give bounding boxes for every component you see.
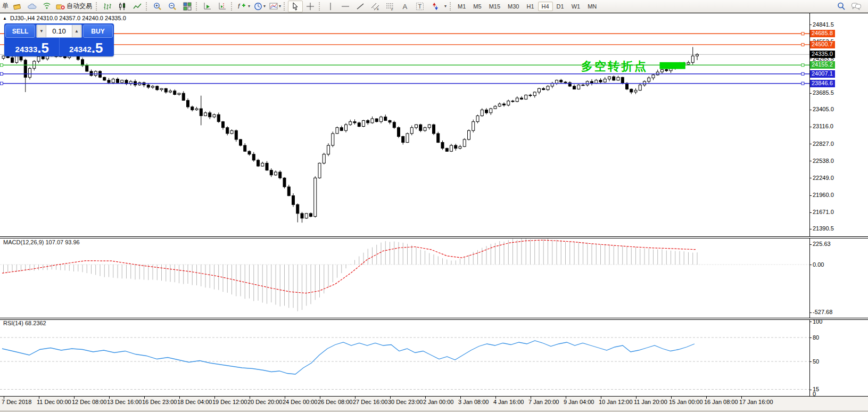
line-handle[interactable]: [1, 82, 3, 85]
search-icon[interactable]: [834, 1, 849, 12]
crosshair-tool-icon[interactable]: [303, 1, 318, 12]
candle-body: [472, 122, 475, 131]
candle-body: [476, 116, 479, 122]
templates-button[interactable]: ▾: [267, 1, 283, 12]
time-axis-label: 13 Dec 16:00: [107, 399, 142, 405]
auto-scroll-icon[interactable]: [200, 1, 215, 12]
time-axis[interactable]: 7 Dec 201811 Dec 00:0012 Dec 08:0013 Dec…: [0, 397, 868, 412]
candlestick-mode-icon[interactable]: [115, 1, 130, 12]
arrows-tool-icon[interactable]: [427, 1, 442, 12]
new-order-button[interactable]: 单: [1, 2, 10, 11]
autotrade-button[interactable]: 自动交易: [54, 1, 95, 12]
line-handle[interactable]: [801, 32, 804, 35]
trade-history-icon[interactable]: [10, 1, 24, 12]
candle-body: [353, 122, 356, 123]
line-handle[interactable]: [801, 82, 804, 85]
line-handle[interactable]: [801, 72, 804, 75]
candle-body: [630, 89, 633, 92]
rsi-name: RSI(14): [3, 320, 23, 326]
rsi-tick-label: 80: [813, 334, 819, 341]
sell-button[interactable]: SELL: [5, 24, 35, 38]
candle-body: [296, 204, 299, 213]
chat-icon[interactable]: [849, 1, 864, 12]
time-axis-label: 17 Jan 16:00: [739, 399, 773, 405]
cursor-tool-icon[interactable]: [288, 1, 303, 12]
toolbar-grip: [319, 2, 321, 11]
tile-windows-icon[interactable]: [180, 1, 195, 12]
timeframe-d1[interactable]: D1: [553, 2, 568, 11]
equidistant-channel-tool-icon[interactable]: E: [368, 1, 383, 12]
line-handle[interactable]: [801, 64, 804, 67]
price-tick-label: 24841.5: [813, 21, 834, 28]
candle-body: [209, 113, 211, 117]
candle-body: [117, 79, 119, 83]
collapse-arrow-icon[interactable]: ▲: [3, 16, 7, 21]
toolbar-overflow-dropdown[interactable]: ▾: [444, 4, 447, 9]
rsi-tick-mark: [809, 322, 812, 322]
text-label-tool-icon[interactable]: T: [412, 1, 427, 12]
buy-price[interactable]: 24342 .5: [60, 38, 113, 55]
periods-button[interactable]: ▾: [252, 1, 267, 12]
candle-body: [516, 98, 518, 102]
price-chart[interactable]: [0, 13, 809, 236]
indicators-button[interactable]: f▾: [235, 1, 252, 12]
candle-body: [481, 110, 483, 116]
buy-button[interactable]: BUY: [83, 24, 113, 38]
chart-shift-icon[interactable]: [215, 1, 230, 12]
time-axis-label: 12 Dec 08:00: [72, 399, 106, 405]
sell-price[interactable]: 24333 .5: [5, 38, 60, 55]
volume-decrease-button[interactable]: ▼: [37, 25, 46, 37]
candle-body: [11, 58, 14, 63]
zoom-in-icon[interactable]: [150, 1, 165, 12]
candle-body: [187, 101, 189, 107]
volume-increase-button[interactable]: ▲: [72, 25, 81, 37]
news-cloud-icon[interactable]: [24, 1, 39, 12]
timeframe-h1[interactable]: H1: [523, 2, 538, 11]
highlight-zone[interactable]: [660, 62, 685, 69]
line-handle[interactable]: [801, 43, 804, 46]
timeframe-m15[interactable]: M15: [485, 2, 504, 11]
chart-annotation: 多空转折点: [581, 59, 648, 75]
horizontal-line-tool-icon[interactable]: [338, 1, 353, 12]
panel-splitter[interactable]: [0, 318, 868, 320]
time-axis-label: 20 Dec 20:00: [247, 399, 282, 405]
line-chart-mode-icon[interactable]: [130, 1, 145, 12]
candle-body: [266, 163, 268, 170]
timeframe-group: M1M5M15M30H1H4D1W1MN: [454, 2, 600, 11]
timeframe-m30[interactable]: M30: [504, 2, 523, 11]
trendline-tool-icon[interactable]: [353, 1, 368, 12]
timeframe-mn[interactable]: MN: [584, 2, 600, 11]
zoom-out-icon[interactable]: [165, 1, 180, 12]
timeframe-w1[interactable]: W1: [568, 2, 584, 11]
toolbar-grip: [96, 2, 98, 11]
text-tool-icon[interactable]: A: [398, 1, 412, 12]
macd-tick-mark: [809, 312, 812, 313]
candle-body: [507, 101, 510, 105]
macd-chart[interactable]: [0, 238, 809, 318]
candle-body: [200, 109, 202, 116]
candle-body: [468, 130, 470, 139]
volume-input[interactable]: 0.10: [46, 25, 72, 37]
panel-splitter[interactable]: [0, 236, 868, 238]
signal-icon[interactable]: [39, 1, 54, 12]
candle-body: [257, 160, 260, 166]
line-handle[interactable]: [1, 72, 3, 75]
bar-low: 24240.0: [82, 15, 103, 21]
candle-body: [556, 80, 558, 84]
time-axis-label: 15 Jan 00:00: [669, 399, 703, 405]
candle-body: [564, 82, 567, 83]
time-axis-label: 7 Jan 20:00: [528, 399, 559, 405]
time-axis-label: 10 Jan 12:00: [599, 399, 633, 405]
candle-body: [86, 65, 88, 71]
buy-price-pip: .5: [92, 41, 103, 55]
vertical-line-tool-icon[interactable]: [323, 1, 338, 12]
timeframe-m5[interactable]: M5: [469, 2, 485, 11]
rsi-chart[interactable]: [0, 320, 809, 396]
fibonacci-tool-icon[interactable]: F: [383, 1, 398, 12]
bar-chart-mode-icon[interactable]: [100, 1, 115, 12]
line-handle[interactable]: [1, 64, 3, 67]
candle-body: [230, 130, 233, 134]
timeframe-m1[interactable]: M1: [454, 2, 469, 11]
candle-body: [310, 213, 312, 217]
timeframe-h4[interactable]: H4: [538, 2, 553, 11]
